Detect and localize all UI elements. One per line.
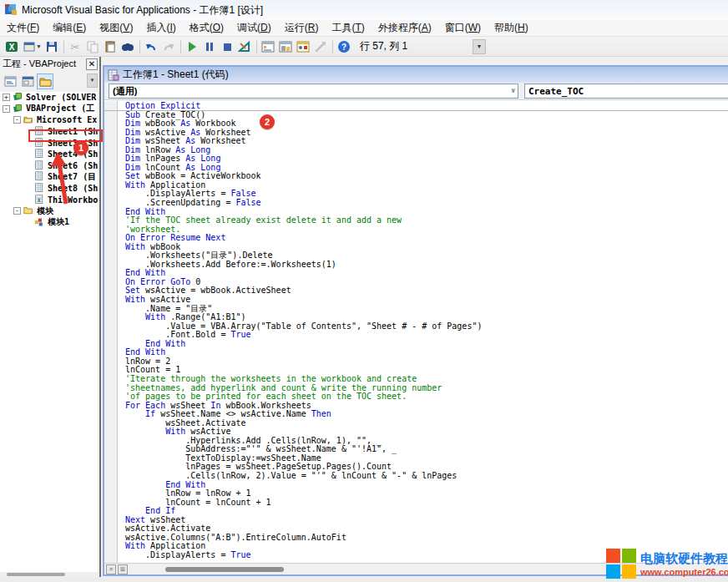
logo-square [622,564,636,579]
run-button[interactable] [184,38,201,55]
toolbar-separator [256,40,257,53]
project-panel-toolbar: ▼ [0,71,99,91]
project-icon [13,104,23,114]
code-line: On Error Resume Next [125,234,728,243]
menu-item[interactable]: 窗口(W) [438,19,488,37]
panel-toolbar-overflow-button[interactable]: ▼ [87,73,98,88]
code-line: Set wsActive = wbBook.ActiveSheet [125,286,728,296]
break-button[interactable] [201,38,219,55]
view-object-button[interactable] [19,73,36,89]
logo-square [606,564,620,579]
code-window-title: 工作簿1 - Sheet1 (代码) [123,68,229,82]
save-button[interactable] [43,38,61,55]
project-icon [13,92,23,103]
sheet-icon [34,171,45,182]
toggle-folders-button[interactable] [37,73,53,89]
reset-button[interactable] [219,38,236,55]
code-hscrollbar-thumb[interactable] [165,567,284,572]
copy-button [84,38,102,55]
code-line: 'If the TOC sheet already exist delete i… [125,216,728,225]
object-combo[interactable]: (通用) ∨ [109,84,518,99]
code-window-titlebar[interactable]: 工作簿1 - Sheet1 (代码) [104,67,728,83]
svg-text:X: X [38,197,41,204]
code-line: .Font.Bold = True [125,331,728,340]
code-line: lnCount = lnCount + 1 [125,498,728,508]
code-line: Dim wsSheet As Worksheet [125,137,728,146]
object-browser-button[interactable] [295,38,312,55]
view-excel-button[interactable]: X [3,38,20,55]
paste-button[interactable] [102,38,119,55]
menu-item[interactable]: 文件(F) [0,19,46,37]
tree-item-label: Solver (SOLVER [26,93,96,102]
project-panel-header: 工程 - VBAProject ✕ [0,57,99,71]
properties-window-button[interactable] [277,38,295,55]
mdi-workspace: 工程 - VBAProject ✕ ▼ +Solver (SOLVER-VBAP… [0,57,728,578]
menu-item[interactable]: 插入(I) [139,19,182,37]
combo-row: (通用) ∨ Create_TOC [104,83,728,100]
logo-square [606,549,620,563]
insert-userform-button[interactable] [20,38,38,55]
cut-button: ✂ [67,38,84,55]
toolbar-separator [180,40,181,53]
menu-item[interactable]: 格式(O) [183,19,230,37]
tree-item[interactable]: -Microsoft Exc [0,114,98,126]
full-module-view-button[interactable]: ☰ [118,564,128,574]
svg-text:X: X [8,43,14,52]
annotation-arrow [48,150,73,209]
logo-square [622,549,636,563]
module-icon [34,217,45,228]
expand-icon[interactable]: + [3,94,10,101]
collapse-icon[interactable]: - [13,116,21,124]
menu-item[interactable]: 外接程序(A) [372,19,438,37]
tree-item[interactable]: +Solver (SOLVER [0,92,98,104]
procedure-view-button[interactable]: ≡ [106,564,116,574]
code-area[interactable]: Option ExplicitSub Create_TOC()Dim wbBoo… [104,101,728,563]
code-line: .Cells(lnRow, 2).Value = "'" & lnCount &… [125,472,728,481]
redo-button [160,38,178,55]
site-url: www.computer26.com [640,567,728,577]
toolbox-button [312,38,330,55]
workbook-icon: X [34,195,45,205]
menu-bar: 文件(F)编辑(E)视图(V)插入(I)格式(O)调试(D)运行(R)工具(T)… [0,20,728,37]
code-line: With wsActive [125,296,728,305]
annotation-circle-2: 2 [260,114,275,129]
sheet-icon [34,183,45,194]
code-line: End With [125,348,728,357]
project-panel-title: 工程 - VBAProject [3,58,86,70]
menu-item[interactable]: 调试(D) [230,19,278,37]
folder-open-icon [23,114,34,125]
vba-app-icon [4,3,18,17]
design-mode-button[interactable] [236,38,254,55]
code-margin [104,101,118,563]
menu-item[interactable]: 编辑(E) [46,19,93,37]
toolbar-overflow-button[interactable]: ▼ [473,39,486,54]
tree-item[interactable]: 模块1 [0,217,98,229]
vba-editor-window: Microsoft Visual Basic for Applications … [0,0,728,582]
main-toolbar: X▼✂?行 57, 列 1 [0,37,728,57]
svg-text:✂: ✂ [71,41,80,53]
tree-item-label: Microsoft Exc [37,115,98,124]
project-panel-hscrollbar[interactable] [7,573,65,576]
site-watermark: 电脑软硬件教程网 www.computer26.com [606,547,728,580]
menu-item[interactable]: 运行(R) [278,19,326,37]
collapse-icon[interactable]: - [3,105,10,113]
project-explorer-button[interactable] [260,38,277,55]
help-button[interactable]: ? [336,38,353,55]
toolbar-separator [63,40,64,53]
toolbar-separator [332,40,333,53]
menu-item[interactable]: 帮助(H) [488,19,535,37]
find-button[interactable] [119,38,137,55]
menu-item[interactable]: 工具(T) [325,19,371,37]
code-line: Option Explicit [125,102,728,111]
code-window-icon [108,69,119,81]
collapse-icon[interactable]: - [13,207,21,215]
tree-item[interactable]: -VBAProject (工 [0,104,98,115]
procedure-combo[interactable]: Create_TOC [524,84,728,99]
code-line: wsActive.Columns("A:B").EntireColumn.Aut… [125,534,728,543]
undo-button[interactable] [143,38,160,55]
tree-item-label: 模块1 [48,216,69,228]
view-code-button[interactable] [2,73,18,89]
close-icon[interactable]: ✕ [86,58,98,70]
menu-item[interactable]: 视图(V) [93,19,139,37]
chevron-down-icon[interactable]: ∨ [511,87,517,94]
